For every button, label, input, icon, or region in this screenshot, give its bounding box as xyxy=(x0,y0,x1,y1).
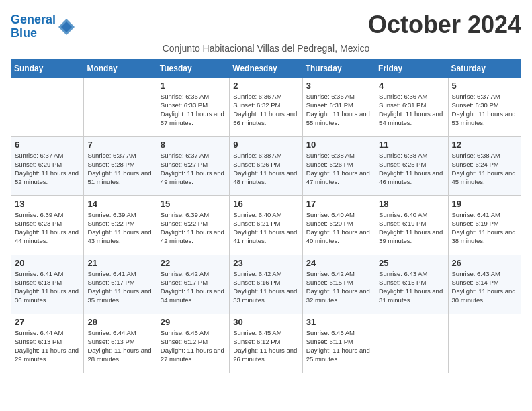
day-number: 19 xyxy=(452,199,517,209)
calendar-cell: 21Sunrise: 6:41 AM Sunset: 6:17 PM Dayli… xyxy=(84,255,157,314)
calendar-cell: 27Sunrise: 6:44 AM Sunset: 6:13 PM Dayli… xyxy=(11,314,84,373)
day-number: 8 xyxy=(161,140,226,150)
logo-icon xyxy=(57,17,76,36)
day-number: 10 xyxy=(306,140,371,150)
day-info: Sunrise: 6:42 AM Sunset: 6:16 PM Dayligh… xyxy=(233,269,298,305)
day-number: 16 xyxy=(233,199,298,209)
day-info: Sunrise: 6:37 AM Sunset: 6:28 PM Dayligh… xyxy=(87,151,152,187)
day-number: 24 xyxy=(306,258,371,268)
weekday-header-monday: Monday xyxy=(84,59,157,77)
day-info: Sunrise: 6:36 AM Sunset: 6:32 PM Dayligh… xyxy=(233,92,298,128)
day-number: 30 xyxy=(233,317,298,327)
weekday-header-friday: Friday xyxy=(375,59,448,77)
day-number: 23 xyxy=(233,258,298,268)
calendar-cell: 14Sunrise: 6:39 AM Sunset: 6:22 PM Dayli… xyxy=(84,195,157,255)
logo-line1: General xyxy=(11,13,56,27)
day-info: Sunrise: 6:45 AM Sunset: 6:12 PM Dayligh… xyxy=(233,328,298,364)
calendar-cell: 9Sunrise: 6:38 AM Sunset: 6:26 PM Daylig… xyxy=(230,136,302,195)
calendar-cell: 24Sunrise: 6:42 AM Sunset: 6:15 PM Dayli… xyxy=(302,255,375,314)
calendar-cell: 20Sunrise: 6:41 AM Sunset: 6:18 PM Dayli… xyxy=(11,255,84,314)
calendar-cell: 30Sunrise: 6:45 AM Sunset: 6:12 PM Dayli… xyxy=(230,314,302,373)
day-number: 22 xyxy=(161,258,226,268)
calendar-cell: 19Sunrise: 6:41 AM Sunset: 6:19 PM Dayli… xyxy=(448,195,521,255)
day-info: Sunrise: 6:37 AM Sunset: 6:30 PM Dayligh… xyxy=(452,92,517,128)
month-title: October 2024 xyxy=(368,11,521,39)
calendar-cell: 17Sunrise: 6:40 AM Sunset: 6:20 PM Dayli… xyxy=(302,195,375,255)
day-info: Sunrise: 6:43 AM Sunset: 6:15 PM Dayligh… xyxy=(379,269,444,305)
day-number: 13 xyxy=(15,199,80,209)
calendar-cell xyxy=(375,314,448,373)
day-info: Sunrise: 6:45 AM Sunset: 6:11 PM Dayligh… xyxy=(306,328,371,364)
calendar-cell: 11Sunrise: 6:38 AM Sunset: 6:25 PM Dayli… xyxy=(375,136,448,195)
day-info: Sunrise: 6:44 AM Sunset: 6:13 PM Dayligh… xyxy=(87,328,152,364)
weekday-header-tuesday: Tuesday xyxy=(157,59,229,77)
header: General Blue October 2024 xyxy=(11,11,521,40)
weekday-header-thursday: Thursday xyxy=(302,59,375,77)
calendar-cell: 12Sunrise: 6:38 AM Sunset: 6:24 PM Dayli… xyxy=(448,136,521,195)
calendar-cell xyxy=(448,314,521,373)
day-info: Sunrise: 6:44 AM Sunset: 6:13 PM Dayligh… xyxy=(15,328,80,364)
day-number: 27 xyxy=(15,317,80,327)
calendar-cell: 23Sunrise: 6:42 AM Sunset: 6:16 PM Dayli… xyxy=(230,255,302,314)
day-number: 26 xyxy=(452,258,517,268)
calendar-cell: 2Sunrise: 6:36 AM Sunset: 6:32 PM Daylig… xyxy=(230,77,302,136)
day-number: 4 xyxy=(379,81,444,91)
day-info: Sunrise: 6:38 AM Sunset: 6:25 PM Dayligh… xyxy=(379,151,444,187)
calendar-cell: 22Sunrise: 6:42 AM Sunset: 6:17 PM Dayli… xyxy=(157,255,229,314)
day-info: Sunrise: 6:41 AM Sunset: 6:19 PM Dayligh… xyxy=(452,210,517,246)
calendar-cell: 13Sunrise: 6:39 AM Sunset: 6:23 PM Dayli… xyxy=(11,195,84,255)
day-info: Sunrise: 6:42 AM Sunset: 6:15 PM Dayligh… xyxy=(306,269,371,305)
calendar-cell: 18Sunrise: 6:40 AM Sunset: 6:19 PM Dayli… xyxy=(375,195,448,255)
day-number: 3 xyxy=(306,81,371,91)
day-info: Sunrise: 6:39 AM Sunset: 6:22 PM Dayligh… xyxy=(87,210,152,246)
calendar-cell: 4Sunrise: 6:36 AM Sunset: 6:31 PM Daylig… xyxy=(375,77,448,136)
day-info: Sunrise: 6:40 AM Sunset: 6:20 PM Dayligh… xyxy=(306,210,371,246)
calendar-cell: 5Sunrise: 6:37 AM Sunset: 6:30 PM Daylig… xyxy=(448,77,521,136)
day-info: Sunrise: 6:36 AM Sunset: 6:33 PM Dayligh… xyxy=(161,92,226,128)
calendar-cell: 3Sunrise: 6:36 AM Sunset: 6:31 PM Daylig… xyxy=(302,77,375,136)
day-info: Sunrise: 6:38 AM Sunset: 6:24 PM Dayligh… xyxy=(452,151,517,187)
calendar-cell: 7Sunrise: 6:37 AM Sunset: 6:28 PM Daylig… xyxy=(84,136,157,195)
calendar-cell: 29Sunrise: 6:45 AM Sunset: 6:12 PM Dayli… xyxy=(157,314,229,373)
calendar-table: SundayMondayTuesdayWednesdayThursdayFrid… xyxy=(11,59,521,373)
calendar-cell: 26Sunrise: 6:43 AM Sunset: 6:14 PM Dayli… xyxy=(448,255,521,314)
day-number: 11 xyxy=(379,140,444,150)
logo-line2: Blue xyxy=(11,27,56,40)
day-info: Sunrise: 6:42 AM Sunset: 6:17 PM Dayligh… xyxy=(161,269,226,305)
day-info: Sunrise: 6:39 AM Sunset: 6:22 PM Dayligh… xyxy=(161,210,226,246)
day-number: 18 xyxy=(379,199,444,209)
day-number: 9 xyxy=(233,140,298,150)
day-number: 12 xyxy=(452,140,517,150)
calendar-cell: 6Sunrise: 6:37 AM Sunset: 6:29 PM Daylig… xyxy=(11,136,84,195)
day-number: 1 xyxy=(161,81,226,91)
day-info: Sunrise: 6:40 AM Sunset: 6:21 PM Dayligh… xyxy=(233,210,298,246)
calendar-cell: 10Sunrise: 6:38 AM Sunset: 6:26 PM Dayli… xyxy=(302,136,375,195)
day-info: Sunrise: 6:36 AM Sunset: 6:31 PM Dayligh… xyxy=(306,92,371,128)
day-info: Sunrise: 6:41 AM Sunset: 6:17 PM Dayligh… xyxy=(87,269,152,305)
day-info: Sunrise: 6:37 AM Sunset: 6:29 PM Dayligh… xyxy=(15,151,80,187)
day-number: 20 xyxy=(15,258,80,268)
day-number: 7 xyxy=(87,140,152,150)
day-info: Sunrise: 6:39 AM Sunset: 6:23 PM Dayligh… xyxy=(15,210,80,246)
subtitle: Conjunto Habitacional Villas del Pedrega… xyxy=(11,43,521,54)
day-number: 31 xyxy=(306,317,371,327)
logo: General Blue xyxy=(11,13,77,40)
day-number: 25 xyxy=(379,258,444,268)
calendar-cell: 15Sunrise: 6:39 AM Sunset: 6:22 PM Dayli… xyxy=(157,195,229,255)
calendar-cell xyxy=(84,77,157,136)
calendar-cell: 31Sunrise: 6:45 AM Sunset: 6:11 PM Dayli… xyxy=(302,314,375,373)
calendar-cell: 8Sunrise: 6:37 AM Sunset: 6:27 PM Daylig… xyxy=(157,136,229,195)
day-info: Sunrise: 6:43 AM Sunset: 6:14 PM Dayligh… xyxy=(452,269,517,305)
day-number: 6 xyxy=(15,140,80,150)
day-info: Sunrise: 6:36 AM Sunset: 6:31 PM Dayligh… xyxy=(379,92,444,128)
day-info: Sunrise: 6:40 AM Sunset: 6:19 PM Dayligh… xyxy=(379,210,444,246)
day-number: 2 xyxy=(233,81,298,91)
day-info: Sunrise: 6:38 AM Sunset: 6:26 PM Dayligh… xyxy=(306,151,371,187)
day-info: Sunrise: 6:41 AM Sunset: 6:18 PM Dayligh… xyxy=(15,269,80,305)
day-number: 17 xyxy=(306,199,371,209)
day-number: 21 xyxy=(87,258,152,268)
day-info: Sunrise: 6:37 AM Sunset: 6:27 PM Dayligh… xyxy=(161,151,226,187)
day-info: Sunrise: 6:45 AM Sunset: 6:12 PM Dayligh… xyxy=(161,328,226,364)
weekday-header-saturday: Saturday xyxy=(448,59,521,77)
day-number: 5 xyxy=(452,81,517,91)
